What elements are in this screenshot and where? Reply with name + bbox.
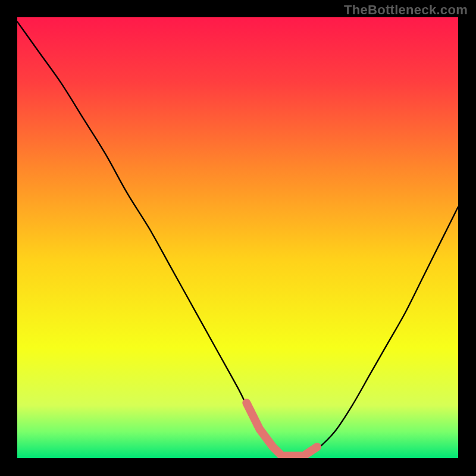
plot-background <box>17 17 458 458</box>
chart-stage: TheBottleneck.com <box>0 0 476 476</box>
watermark-text: TheBottleneck.com <box>344 2 468 18</box>
bottleneck-chart <box>0 0 476 476</box>
